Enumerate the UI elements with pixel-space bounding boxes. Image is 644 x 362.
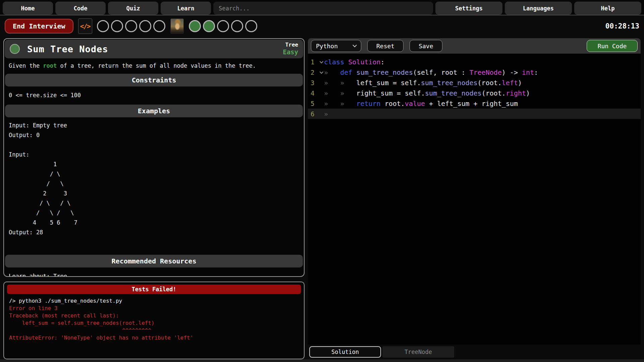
token-prop: right <box>506 89 526 97</box>
nav-tab-help[interactable]: Help <box>574 2 641 15</box>
code-text: class Solution: <box>324 58 385 66</box>
resources-header: Recommended Resources <box>5 255 303 267</box>
progress-circle-filled <box>203 20 215 32</box>
token-pl: (root. <box>478 79 502 87</box>
line-number: 3 <box>308 79 318 86</box>
code-editor[interactable]: 1class Solution:2» def sum_tree_nodes(se… <box>308 54 641 345</box>
tab-solution[interactable]: Solution <box>309 346 381 358</box>
progress-circle-empty <box>231 20 243 32</box>
progress-row <box>97 18 257 34</box>
token-pl: : <box>381 58 385 66</box>
main-content: Sum Tree Nodes Tree Easy Given the root … <box>0 37 644 359</box>
token-fn: sum_tree_nodes <box>421 79 478 87</box>
line-number: 4 <box>308 89 318 97</box>
nav-tab-quiz[interactable]: Quiz <box>108 2 158 15</box>
tests-failed-banner: Tests Failed! <box>7 285 301 294</box>
code-text: » <box>324 110 340 118</box>
editor-file-tabs: Solution TreeNode <box>308 345 641 359</box>
token-prop: value <box>405 100 425 108</box>
resource-link-tree[interactable]: Learn about: Tree <box>9 273 67 277</box>
save-button[interactable]: Save <box>410 40 442 52</box>
token-cls: int <box>522 68 534 76</box>
progress-circle-filled <box>189 20 201 32</box>
fold-chevron-icon[interactable] <box>318 61 324 63</box>
indent-marker-icon: » <box>324 68 340 76</box>
token-cls: TreeNode <box>470 68 502 76</box>
language-select[interactable]: Python <box>311 40 361 52</box>
token-pl: + left_sum + right_sum <box>425 100 518 108</box>
progress-circle-empty <box>111 20 123 32</box>
participant-avatar <box>170 18 184 34</box>
token-fn: sum_tree_nodes <box>425 89 482 97</box>
tab-treenode[interactable]: TreeNode <box>382 346 454 358</box>
token-pl: left_sum = self. <box>356 79 421 87</box>
chevron-down-icon <box>353 43 357 47</box>
indent-marker-icon: » <box>324 89 340 97</box>
problem-description: Given the root of a tree, return the sum… <box>9 62 299 69</box>
progress-circle-empty <box>125 20 137 32</box>
progress-circle-empty <box>139 20 151 32</box>
left-column: Sum Tree Nodes Tree Easy Given the root … <box>3 38 305 359</box>
status-dot-icon <box>10 44 20 54</box>
description-prefix: Given the <box>9 62 43 69</box>
code-line-4[interactable]: 4» » right_sum = self.sum_tree_nodes(roo… <box>308 88 641 98</box>
console-command: /> python3 ./sum_tree_nodes/test.py <box>9 297 299 305</box>
code-line-3[interactable]: 3» » left_sum = self.sum_tree_nodes(root… <box>308 77 641 88</box>
nav-tab-settings[interactable]: Settings <box>435 2 502 15</box>
code-text: » def sum_tree_nodes(self, root : TreeNo… <box>324 68 538 76</box>
token-pl: right_sum = self. <box>356 89 425 97</box>
token-kw: return <box>356 100 380 108</box>
problem-header: Sum Tree Nodes Tree Easy <box>5 40 303 58</box>
problem-meta: Tree Easy <box>283 42 298 56</box>
token-fn: sum_tree_nodes <box>356 68 413 76</box>
code-text: » » right_sum = self.sum_tree_nodes(root… <box>324 89 530 97</box>
end-interview-button[interactable]: End Interview <box>5 19 73 34</box>
nav-tab-code[interactable]: Code <box>55 2 106 15</box>
reset-button[interactable]: Reset <box>367 40 404 52</box>
search-input[interactable] <box>213 2 433 15</box>
indent-marker-icon: » <box>324 100 340 108</box>
token-pl: : <box>534 68 538 76</box>
bottom-strip <box>0 359 644 362</box>
token-kw: class <box>324 58 344 66</box>
indent-marker-icon: » <box>324 110 340 118</box>
code-line-6[interactable]: 6» <box>308 109 641 119</box>
nav-tab-languages[interactable]: Languages <box>505 2 572 15</box>
test-console: /> python3 ./sum_tree_nodes/test.py Erro… <box>9 297 299 342</box>
indent-marker-icon: » <box>324 79 340 87</box>
token-cls: Solution <box>348 58 380 66</box>
problem-panel: Sum Tree Nodes Tree Easy Given the root … <box>3 38 305 277</box>
token-pl: (root. <box>482 89 506 97</box>
code-line-1[interactable]: 1class Solution: <box>308 57 641 67</box>
token-pl <box>344 58 348 66</box>
token-pl: (self, root : <box>413 68 470 76</box>
indent-marker-icon: » <box>340 79 356 87</box>
progress-circle-empty <box>153 20 165 32</box>
nav-tab-learn[interactable]: Learn <box>161 2 211 15</box>
code-line-2[interactable]: 2» def sum_tree_nodes(self, root : TreeN… <box>308 67 641 77</box>
progress-circle-empty <box>97 20 109 32</box>
difficulty-badge: Easy <box>283 48 298 56</box>
line-number: 2 <box>308 69 318 76</box>
top-navbar: Home Code Quiz Learn Settings Languages … <box>0 0 644 15</box>
code-line-5[interactable]: 5» » return root.value + left_sum + righ… <box>308 98 641 109</box>
problem-title: Sum Tree Nodes <box>27 44 108 54</box>
line-number: 1 <box>308 58 318 66</box>
token-kw: def <box>340 68 352 76</box>
token-pl <box>352 68 356 76</box>
fold-chevron-icon[interactable] <box>318 71 324 74</box>
editor-toolbar: Python Reset Save Run Code <box>308 38 641 54</box>
description-keyword: root <box>43 62 57 69</box>
run-code-button[interactable]: Run Code <box>587 40 638 52</box>
token-pl: ) -> <box>502 68 522 76</box>
tests-panel: Tests Failed! /> python3 ./sum_tree_node… <box>3 282 305 359</box>
line-number: 5 <box>308 100 318 107</box>
token-pl: root. <box>381 100 405 108</box>
indent-marker-icon: » <box>340 100 356 108</box>
nav-tab-home[interactable]: Home <box>3 2 53 15</box>
code-text: » » left_sum = self.sum_tree_nodes(root.… <box>324 79 522 87</box>
progress-circle-empty <box>217 20 229 32</box>
interview-timer: 00:28:13 <box>605 22 639 30</box>
description-suffix: of a tree, return the sum of all node va… <box>57 62 256 69</box>
code-tags-icon: </> <box>78 18 92 34</box>
